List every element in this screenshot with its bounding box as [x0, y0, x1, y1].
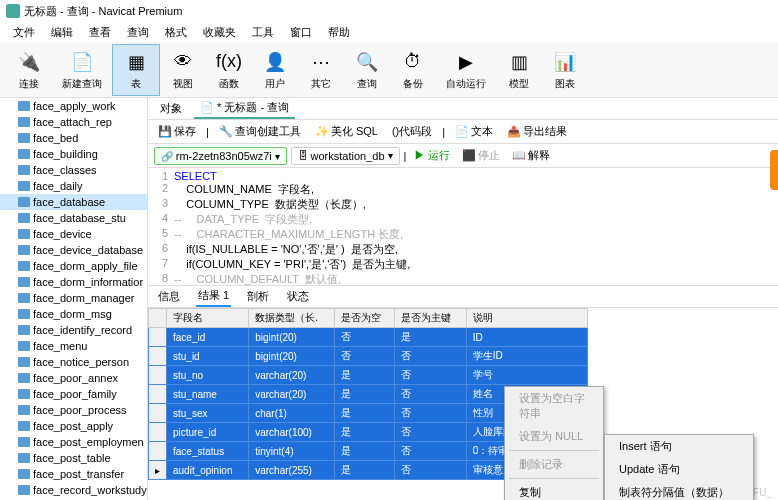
ctx-复制[interactable]: 复制: [505, 481, 603, 500]
toolbar-函数[interactable]: f(x)函数: [206, 45, 252, 95]
table-icon: [18, 453, 30, 463]
table-icon: [18, 277, 30, 287]
table-face_database_stu[interactable]: face_database_stu: [0, 210, 147, 226]
table-icon: [18, 485, 30, 495]
menu-窗口[interactable]: 窗口: [283, 23, 319, 42]
table-face_menu[interactable]: face_menu: [0, 338, 147, 354]
result-tab-状态[interactable]: 状态: [285, 287, 311, 306]
table-face_dorm_manager[interactable]: face_dorm_manager: [0, 290, 147, 306]
toolbar-模型[interactable]: ▥模型: [496, 45, 542, 95]
toolbar-备份[interactable]: ⏱备份: [390, 45, 436, 95]
table-row[interactable]: stu_idbigint(20)否否学生ID: [149, 347, 588, 366]
menu-工具[interactable]: 工具: [245, 23, 281, 42]
toolbar-其它[interactable]: ⋯其它: [298, 45, 344, 95]
sql-editor[interactable]: 1SELECT2 COLUMN_NAME 字段名,3 COLUMN_TYPE 数…: [148, 168, 778, 286]
table-face_dorm_informatior[interactable]: face_dorm_informatior: [0, 274, 147, 290]
table-icon: [18, 245, 30, 255]
save-button[interactable]: 💾 保存: [154, 122, 200, 141]
result-tab-信息[interactable]: 信息: [156, 287, 182, 306]
table-icon: [18, 389, 30, 399]
toolbar-新建查询[interactable]: 📄新建查询: [52, 45, 112, 95]
database-select[interactable]: 🗄 workstation_db ▾: [291, 147, 400, 165]
toolbar-用户[interactable]: 👤用户: [252, 45, 298, 95]
新建查询-icon: 📄: [69, 49, 95, 75]
table-face_notice_person[interactable]: face_notice_person: [0, 354, 147, 370]
table-icon: [18, 197, 30, 207]
beautify-button[interactable]: ✨ 美化 SQL: [311, 122, 382, 141]
toolbar-连接[interactable]: 🔌连接: [6, 45, 52, 95]
用户-icon: 👤: [262, 49, 288, 75]
col-header[interactable]: 是否为主键: [395, 309, 466, 328]
table-face_dorm_msg[interactable]: face_dorm_msg: [0, 306, 147, 322]
ctx-设置为空白字符串: 设置为空白字符串: [505, 387, 603, 425]
table-icon: [18, 165, 30, 175]
table-face_post_employmen[interactable]: face_post_employmen: [0, 434, 147, 450]
col-header[interactable]: 数据类型（长.: [249, 309, 335, 328]
result-tab-结果 1[interactable]: 结果 1: [196, 286, 231, 307]
sidebar[interactable]: face_apply_workface_attach_repface_bedfa…: [0, 98, 148, 500]
code-snippet-button[interactable]: ()代码段: [388, 122, 436, 141]
context-menu[interactable]: 设置为空白字符串设置为 NULL删除记录复制复制为粘贴显示: [504, 386, 604, 500]
ctx-Insert 语句[interactable]: Insert 语句: [605, 435, 753, 458]
toolbar-图表[interactable]: 📊图表: [542, 45, 588, 95]
table-face_poor_process[interactable]: face_poor_process: [0, 402, 147, 418]
text-button[interactable]: 📄 文本: [451, 122, 497, 141]
toolbar-表[interactable]: ▦表: [112, 44, 160, 96]
table-face_daily[interactable]: face_daily: [0, 178, 147, 194]
table-face_post_apply[interactable]: face_post_apply: [0, 418, 147, 434]
table-face_identify_record[interactable]: face_identify_record: [0, 322, 147, 338]
table-face_poor_annex[interactable]: face_poor_annex: [0, 370, 147, 386]
table-icon: [18, 437, 30, 447]
table-face_poor_family[interactable]: face_poor_family: [0, 386, 147, 402]
table-face_device_database[interactable]: face_device_database: [0, 242, 147, 258]
col-header[interactable]: 说明: [466, 309, 587, 328]
table-icon: [18, 469, 30, 479]
export-button[interactable]: 📤 导出结果: [503, 122, 571, 141]
connection-select[interactable]: 🔗 rm-2zetn83n05wz7i ▾: [154, 147, 287, 165]
menu-查询[interactable]: 查询: [120, 23, 156, 42]
menubar: 文件编辑查看查询格式收藏夹工具窗口帮助: [0, 22, 778, 42]
col-header[interactable]: 字段名: [167, 309, 249, 328]
run-button[interactable]: ▶ 运行: [410, 146, 454, 165]
table-icon: [18, 149, 30, 159]
context-submenu[interactable]: Insert 语句Update 语句制表符分隔值（数据）制表符分隔值（字段名）制…: [604, 434, 754, 500]
table-face_post_transfer[interactable]: face_post_transfer: [0, 466, 147, 482]
table-face_building[interactable]: face_building: [0, 146, 147, 162]
连接-icon: 🔌: [16, 49, 42, 75]
toolbar-查询[interactable]: 🔍查询: [344, 45, 390, 95]
tab-objects[interactable]: 对象: [154, 99, 188, 118]
table-face_attach_rep[interactable]: face_attach_rep: [0, 114, 147, 130]
toolbar-视图[interactable]: 👁视图: [160, 45, 206, 95]
table-face_dorm_apply_file[interactable]: face_dorm_apply_file: [0, 258, 147, 274]
tabbar: 对象 📄 * 无标题 - 查询: [148, 98, 778, 120]
query-builder-button[interactable]: 🔧 查询创建工具: [215, 122, 305, 141]
explain-button[interactable]: 📖 解释: [508, 146, 554, 165]
table-face_record_workstudy[interactable]: face_record_workstudy: [0, 482, 147, 498]
menu-文件[interactable]: 文件: [6, 23, 42, 42]
col-header[interactable]: 是否为空: [335, 309, 395, 328]
menu-查看[interactable]: 查看: [82, 23, 118, 42]
tab-query[interactable]: 📄 * 无标题 - 查询: [194, 98, 295, 119]
table-icon: [18, 405, 30, 415]
table-face_bed[interactable]: face_bed: [0, 130, 147, 146]
ctx-制表符分隔值（数据）[interactable]: 制表符分隔值（数据）: [605, 481, 753, 500]
table-face_post_table[interactable]: face_post_table: [0, 450, 147, 466]
ctx-Update 语句[interactable]: Update 语句: [605, 458, 753, 481]
table-icon: [18, 213, 30, 223]
result-tab-剖析[interactable]: 剖析: [245, 287, 271, 306]
menu-编辑[interactable]: 编辑: [44, 23, 80, 42]
table-face_device[interactable]: face_device: [0, 226, 147, 242]
table-face_database[interactable]: face_database: [0, 194, 147, 210]
header-row: 字段名数据类型（长.是否为空是否为主键说明: [149, 309, 588, 328]
toolbar-自动运行[interactable]: ▶自动运行: [436, 45, 496, 95]
table-face_classes[interactable]: face_classes: [0, 162, 147, 178]
menu-收藏夹[interactable]: 收藏夹: [196, 23, 243, 42]
menu-帮助[interactable]: 帮助: [321, 23, 357, 42]
视图-icon: 👁: [170, 49, 196, 75]
table-icon: [18, 325, 30, 335]
table-row[interactable]: face_idbigint(20)否是ID: [149, 328, 588, 347]
table-face_apply_work[interactable]: face_apply_work: [0, 98, 147, 114]
table-row[interactable]: stu_novarchar(20)是否学号: [149, 366, 588, 385]
titlebar: 无标题 - 查询 - Navicat Premium: [0, 0, 778, 22]
menu-格式[interactable]: 格式: [158, 23, 194, 42]
